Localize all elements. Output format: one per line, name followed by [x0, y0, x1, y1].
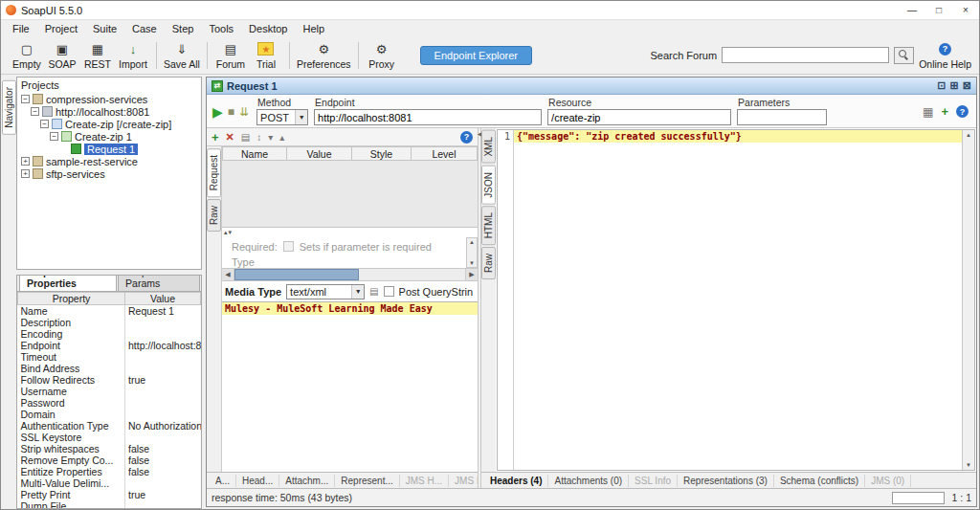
tab-request-params[interactable]: Request Params — [118, 275, 200, 291]
table-row[interactable]: Entitize Propertiesfalse — [18, 466, 201, 477]
search-forum-button[interactable] — [894, 47, 914, 64]
scroll-right-icon[interactable]: ▶ — [465, 269, 478, 280]
toolbar-proxy-button[interactable]: ⚙ Proxy — [366, 37, 398, 74]
table-row[interactable]: Remove Empty Co...false — [18, 455, 201, 466]
tab-auth[interactable]: A... — [210, 475, 236, 487]
parameters-input[interactable] — [737, 109, 827, 125]
table-row[interactable]: Multi-Value Delimi... — [18, 477, 201, 489]
tree-item-create-zip-method[interactable]: − Create-zip 1 — [17, 130, 201, 143]
form-scrollbar[interactable]: ▲ ▼ — [466, 237, 478, 268]
collapse-icon[interactable]: − — [40, 120, 49, 128]
cancel-request-button[interactable]: ■ — [228, 105, 234, 119]
tab-request-raw[interactable]: Raw — [207, 199, 221, 232]
tab-response-xml[interactable]: XML — [481, 130, 496, 164]
help-icon[interactable]: ? — [956, 105, 969, 118]
table-row[interactable]: Domain — [18, 409, 201, 420]
table-row[interactable]: Description — [18, 317, 201, 328]
toolbar-save-all-button[interactable]: ⇓ Save All — [164, 37, 200, 74]
vertical-scrollbar[interactable]: ▲ ▼ — [962, 130, 974, 470]
tree-item-compression-services[interactable]: − compression-services — [17, 93, 201, 105]
tab-representations[interactable]: Represent... — [335, 475, 399, 487]
toolbar-preferences-button[interactable]: ⚙ Preferences — [297, 37, 351, 74]
tree-item-service-endpoint[interactable]: − http://localhost:8081 — [17, 105, 201, 118]
submit-request-button[interactable]: ▶ — [212, 104, 223, 120]
table-row[interactable]: Authentication TypeNo Authorization — [18, 420, 201, 432]
close-window-icon[interactable]: ⊠ — [963, 79, 971, 92]
horizontal-scrollbar[interactable]: ◀ ▶ — [222, 268, 478, 281]
tab-response-representations[interactable]: Representations (3) — [678, 475, 774, 487]
tab-response-attachments[interactable]: Attachments (0) — [548, 475, 629, 487]
table-row[interactable]: Username — [18, 386, 201, 397]
param-table-body[interactable] — [222, 161, 478, 228]
maximize-button[interactable]: □ — [925, 1, 952, 19]
media-type-dropdown[interactable]: text/xml ▼ — [286, 284, 365, 299]
tab-ssl-info[interactable]: SSL Info — [629, 475, 678, 487]
table-row[interactable]: Pretty Printtrue — [18, 489, 201, 500]
tree-item-create-zip-resource[interactable]: − Create-zip [/create-zip] — [17, 118, 201, 130]
menu-tools[interactable]: Tools — [201, 22, 241, 35]
table-row[interactable]: Bind Address — [18, 363, 201, 374]
minimize-button[interactable]: — — [899, 1, 925, 19]
toolbar-forum-button[interactable]: ▤ Forum — [214, 37, 247, 74]
move-down-icon[interactable]: ▾ — [268, 132, 273, 143]
tab-response-json[interactable]: JSON — [481, 166, 496, 205]
delete-param-icon[interactable]: ✕ — [226, 131, 234, 144]
table-row[interactable]: NameRequest 1 — [18, 305, 201, 318]
tab-response-headers[interactable]: Headers (4) — [484, 475, 548, 487]
collapse-icon[interactable]: − — [21, 95, 30, 103]
toolbar-rest-button[interactable]: ▦ REST — [81, 37, 114, 74]
expand-icon[interactable]: + — [21, 157, 30, 166]
resubmit-icon[interactable]: ⇊ — [239, 105, 249, 119]
menu-file[interactable]: File — [5, 22, 37, 35]
endpoint-explorer-button[interactable]: Endpoint Explorer — [420, 46, 532, 65]
tab-attachments[interactable]: Attachm... — [279, 475, 335, 487]
menu-case[interactable]: Case — [124, 22, 165, 35]
scroll-left-icon[interactable]: ◀ — [222, 269, 234, 280]
scroll-down-icon[interactable]: ▼ — [469, 260, 475, 266]
tab-headers[interactable]: Head... — [236, 475, 279, 487]
table-layout-icon[interactable]: ▦ — [923, 105, 933, 119]
help-icon[interactable]: ? — [460, 131, 473, 144]
collapse-icon[interactable]: − — [31, 107, 39, 116]
toolbar-soap-button[interactable]: ▣ SOAP — [46, 37, 78, 74]
recreate-body-icon[interactable]: ▤ — [369, 286, 378, 297]
resource-input[interactable] — [547, 109, 731, 125]
response-editor[interactable]: 1 {"message": "zip created successfully"… — [497, 129, 975, 471]
scrollbar-thumb[interactable] — [234, 269, 359, 280]
column-header-level[interactable]: Level — [412, 146, 478, 161]
table-row[interactable]: Timeout — [18, 351, 201, 363]
table-row[interactable]: Encoding — [18, 328, 201, 340]
menu-step[interactable]: Step — [165, 22, 202, 35]
add-param-icon[interactable]: + — [212, 130, 219, 144]
endpoint-input[interactable] — [314, 109, 542, 125]
tab-request-properties[interactable]: Request Properties — [19, 275, 117, 291]
post-querystring-checkbox[interactable] — [384, 286, 394, 297]
update-params-icon[interactable]: ▤ — [241, 132, 250, 143]
table-row[interactable]: Endpointhttp://localhost:8081 — [18, 340, 201, 351]
float-window-icon[interactable]: ⊡ — [937, 79, 946, 92]
scroll-down-icon[interactable]: ▼ — [966, 462, 971, 468]
tree-item-sftp-services[interactable]: + sftp-services — [17, 167, 201, 180]
splitter-handle[interactable]: ▴▾ — [222, 228, 478, 237]
rearrange-params-icon[interactable]: ↕ — [256, 132, 261, 143]
online-help-button[interactable]: ? Online Help — [919, 37, 971, 74]
collapse-icon[interactable]: − — [50, 132, 58, 141]
expand-icon[interactable]: + — [21, 169, 30, 178]
move-up-icon[interactable]: ▴ — [279, 132, 284, 143]
toolbar-import-button[interactable]: ↓ Import — [117, 37, 149, 74]
table-row[interactable]: Follow Redirectstrue — [18, 374, 201, 386]
tab-request[interactable]: Request — [207, 148, 221, 197]
column-header-name[interactable]: Name — [222, 146, 287, 161]
search-forum-input[interactable] — [722, 47, 889, 63]
column-header-style[interactable]: Style — [352, 146, 412, 161]
menu-suite[interactable]: Suite — [85, 22, 124, 35]
maximize-window-icon[interactable]: ⊞ — [950, 79, 959, 92]
table-row[interactable]: Password — [18, 397, 201, 409]
close-button[interactable]: × — [952, 1, 979, 19]
request-body-editor[interactable]: Mulesy - MuleSoft Learning Made Easy — [222, 301, 478, 472]
column-header-value[interactable]: Value — [287, 146, 352, 161]
tab-jms-headers[interactable]: JMS H... — [400, 475, 449, 487]
menu-help[interactable]: Help — [295, 22, 332, 35]
table-row[interactable]: Strip whitespacesfalse — [18, 443, 201, 455]
scroll-up-icon[interactable]: ▲ — [966, 132, 971, 138]
